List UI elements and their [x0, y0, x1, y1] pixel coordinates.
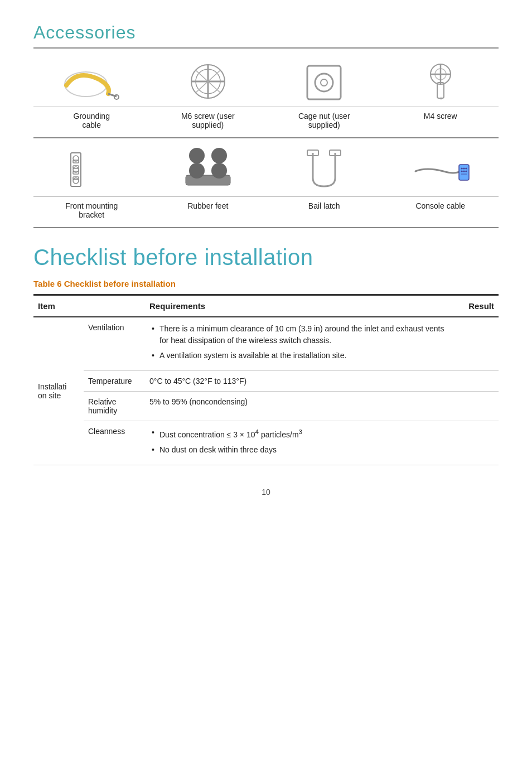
svg-point-26: [189, 163, 205, 179]
sub-ventilation: Ventilation: [84, 317, 145, 371]
header-item: Item: [33, 295, 84, 317]
req-cleanness: Dust concentration ≤ 3 × 104 particles/m…: [145, 421, 460, 465]
m4-screw-label: M4 screw: [383, 107, 499, 138]
req-temperature: 0°C to 45°C (32°F to 113°F): [145, 371, 460, 392]
header-sub: [84, 295, 145, 317]
result-temperature: [460, 371, 499, 392]
svg-point-28: [189, 148, 205, 163]
console-cable-label: Console cable: [383, 197, 499, 228]
rubber-feet-icon-cell: [150, 138, 267, 197]
sub-humidity: Relativehumidity: [84, 392, 145, 421]
result-ventilation: [460, 317, 499, 371]
sub-cleanness: Cleanness: [84, 421, 145, 465]
accessories-table: + Groundingcable M6 screw (usersupplied)…: [33, 49, 499, 228]
grounding-cable-label: Groundingcable: [33, 107, 150, 138]
svg-point-36: [461, 168, 462, 170]
table-row: Cleanness Dust concentration ≤ 3 × 104 p…: [33, 421, 499, 465]
rubber-feet-label: Rubber feet: [150, 197, 267, 228]
sub-temperature: Temperature: [84, 371, 145, 392]
front-mounting-label: Front mountingbracket: [33, 197, 150, 228]
table-row: Relativehumidity 5% to 95% (noncondensin…: [33, 392, 499, 421]
result-cleanness: [460, 421, 499, 465]
checklist-title: Checklist before installation: [33, 245, 499, 270]
cage-nut-icon-cell: [266, 49, 383, 107]
req-humidity: 5% to 95% (noncondensing): [145, 392, 460, 421]
svg-point-37: [463, 168, 465, 170]
front-mounting-icon-cell: [33, 138, 150, 197]
cage-nut-label: Cage nut (usersupplied): [266, 107, 383, 138]
console-cable-icon-cell: [383, 138, 499, 197]
svg-point-1: [114, 95, 119, 99]
table-row: Installation site Ventilation There is a…: [33, 317, 499, 371]
svg-point-40: [463, 171, 465, 172]
bail-latch-icon-cell: [266, 138, 383, 197]
table-row: Temperature 0°C to 45°C (32°F to 113°F): [33, 371, 499, 392]
svg-point-27: [211, 163, 227, 179]
svg-rect-17: [71, 153, 81, 186]
bail-latch-label: Bail latch: [266, 197, 383, 228]
accessories-title: Accessories: [33, 22, 499, 43]
svg-text:+: +: [439, 95, 443, 102]
svg-point-29: [211, 148, 227, 163]
svg-point-41: [465, 171, 467, 172]
svg-point-9: [315, 74, 333, 91]
svg-point-10: [321, 79, 327, 86]
m4-screw-icon-cell: +: [383, 49, 499, 107]
m6-screw-icon-cell: [150, 49, 267, 107]
header-requirements: Requirements: [145, 295, 460, 317]
page-number: 10: [33, 488, 499, 497]
req-ventilation: There is a minimum clearance of 10 cm (3…: [145, 317, 460, 371]
table-label: Table 6 Checklist before installation: [33, 279, 499, 288]
item-installati: Installation site: [33, 317, 84, 465]
grounding-cable-icon-cell: [33, 49, 150, 107]
svg-point-38: [465, 168, 467, 170]
checklist-table: Item Requirements Result Installation si…: [33, 294, 499, 465]
svg-rect-8: [307, 66, 341, 99]
svg-rect-32: [459, 165, 469, 180]
result-humidity: [460, 392, 499, 421]
svg-point-20: [73, 178, 79, 184]
header-result: Result: [460, 295, 499, 317]
svg-point-39: [461, 171, 462, 172]
m6-screw-label: M6 screw (usersupplied): [150, 107, 267, 138]
